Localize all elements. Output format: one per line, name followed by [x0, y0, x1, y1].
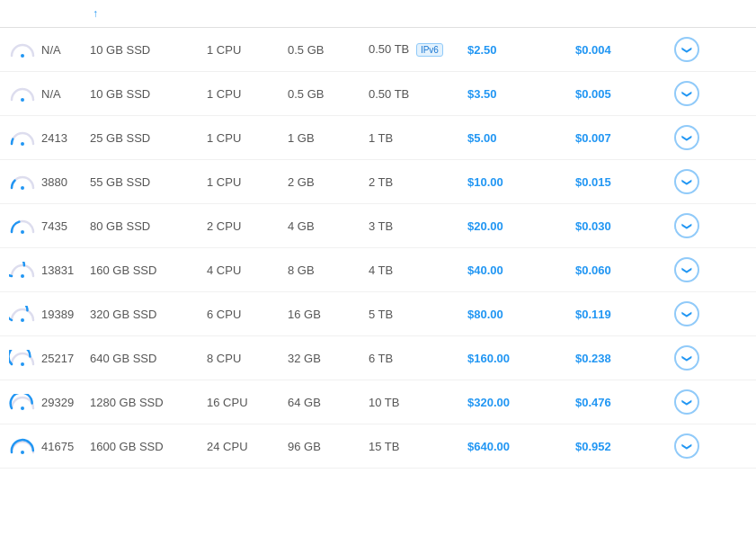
gauge-svg [9, 438, 36, 454]
bandwidth-cell: 1 TB [369, 131, 467, 145]
storage-cell: 80 GB SSD [90, 219, 207, 233]
table-row: 25217 640 GB SSD 8 CPU 32 GB 6 TB $160.0… [0, 336, 756, 380]
expand-button[interactable]: ❯ [674, 257, 699, 282]
svg-point-6 [21, 318, 24, 322]
table-header: ↑ [0, 0, 756, 28]
gauge-svg [9, 41, 36, 58]
gauge-svg [9, 174, 36, 190]
storage-cell: 160 GB SSD [90, 264, 207, 277]
bandwidth-cell: 5 TB [369, 308, 467, 321]
bandwidth-cell: 3 TB [369, 219, 467, 233]
geekbench-value: N/A [41, 87, 61, 101]
expand-button[interactable]: ❯ [674, 37, 699, 62]
expand-cell[interactable]: ❯ [674, 389, 719, 415]
svg-point-9 [21, 451, 24, 454]
monthly-price-cell: $20.00 [467, 219, 575, 233]
gauge-svg [9, 262, 36, 278]
storage-cell: 10 GB SSD [90, 87, 207, 101]
expand-button[interactable]: ❯ [674, 213, 699, 238]
memory-cell: 64 GB [288, 396, 369, 409]
geekbench-value: 41675 [41, 440, 74, 453]
bandwidth-cell: 4 TB [369, 264, 467, 277]
table-row: 29329 1280 GB SSD 16 CPU 64 GB 10 TB $32… [0, 380, 756, 424]
svg-point-2 [21, 142, 24, 146]
memory-cell: 32 GB [288, 352, 369, 365]
table-row: 19389 320 GB SSD 6 CPU 16 GB 5 TB $80.00… [0, 292, 756, 336]
expand-cell[interactable]: ❯ [674, 169, 719, 194]
chevron-down-icon: ❯ [681, 266, 693, 274]
expand-button[interactable]: ❯ [674, 345, 699, 371]
expand-cell[interactable]: ❯ [674, 345, 719, 371]
cpu-cell: 4 CPU [207, 264, 288, 277]
hourly-price-cell: $0.015 [575, 175, 674, 189]
chevron-down-icon: ❯ [681, 442, 693, 451]
gauge-svg [9, 130, 36, 146]
geekbench-cell: 2413 [9, 130, 90, 146]
expand-cell[interactable]: ❯ [674, 37, 719, 62]
expand-cell[interactable]: ❯ [674, 81, 719, 106]
expand-button[interactable]: ❯ [674, 81, 699, 106]
chevron-down-icon: ❯ [681, 90, 693, 98]
expand-cell[interactable]: ❯ [674, 213, 719, 238]
expand-cell[interactable]: ❯ [674, 433, 719, 459]
storage-cell: 10 GB SSD [90, 43, 207, 57]
chevron-down-icon: ❯ [681, 310, 693, 318]
memory-cell: 96 GB [288, 440, 369, 453]
table-row: N/A 10 GB SSD 1 CPU 0.5 GB 0.50 TB IPv6 … [0, 28, 756, 72]
memory-cell: 1 GB [288, 131, 369, 145]
cpu-cell: 2 CPU [207, 219, 288, 233]
table-row: 2413 25 GB SSD 1 CPU 1 GB 1 TB $5.00 $0.… [0, 116, 756, 160]
monthly-price-cell: $3.50 [467, 87, 575, 101]
bandwidth-cell: 10 TB [369, 396, 467, 409]
chevron-down-icon: ❯ [681, 222, 693, 230]
svg-point-1 [21, 98, 24, 102]
geekbench-cell: 19389 [9, 306, 90, 322]
svg-point-5 [21, 274, 24, 278]
bandwidth-cell: 0.50 TB IPv6 [369, 42, 467, 57]
col-storage[interactable]: ↑ [90, 7, 207, 20]
expand-cell[interactable]: ❯ [674, 125, 719, 150]
svg-point-3 [21, 186, 24, 190]
monthly-price-cell: $2.50 [467, 43, 575, 57]
storage-cell: 55 GB SSD [90, 175, 207, 189]
svg-point-4 [21, 230, 24, 234]
monthly-price-cell: $320.00 [467, 396, 575, 409]
geekbench-cell: 29329 [9, 394, 90, 410]
geekbench-value: 7435 [41, 219, 67, 233]
hourly-price-cell: $0.952 [575, 440, 674, 453]
geekbench-cell: 41675 [9, 438, 90, 454]
gauge-svg [9, 394, 36, 410]
svg-point-7 [21, 362, 24, 366]
expand-button[interactable]: ❯ [674, 389, 699, 415]
hourly-price-cell: $0.007 [575, 131, 674, 145]
monthly-price-cell: $640.00 [467, 440, 575, 453]
cpu-cell: 16 CPU [207, 396, 288, 409]
storage-cell: 1600 GB SSD [90, 440, 207, 453]
geekbench-cell: 7435 [9, 218, 90, 234]
cpu-cell: 8 CPU [207, 352, 288, 365]
expand-cell[interactable]: ❯ [674, 257, 719, 282]
expand-button[interactable]: ❯ [674, 169, 699, 194]
expand-button[interactable]: ❯ [674, 301, 699, 326]
chevron-down-icon: ❯ [681, 178, 693, 186]
storage-cell: 320 GB SSD [90, 308, 207, 321]
cpu-cell: 1 CPU [207, 87, 288, 101]
bandwidth-cell: 15 TB [369, 440, 467, 453]
ipv6-badge: IPv6 [416, 43, 443, 57]
cpu-cell: 1 CPU [207, 131, 288, 145]
hourly-price-cell: $0.476 [575, 396, 674, 409]
memory-cell: 2 GB [288, 175, 369, 189]
monthly-price-cell: $80.00 [467, 308, 575, 321]
monthly-price-cell: $160.00 [467, 352, 575, 365]
expand-button[interactable]: ❯ [674, 433, 699, 459]
expand-cell[interactable]: ❯ [674, 301, 719, 326]
expand-button[interactable]: ❯ [674, 125, 699, 150]
memory-cell: 16 GB [288, 308, 369, 321]
geekbench-value: 29329 [41, 396, 74, 409]
gauge-svg [9, 306, 36, 322]
memory-cell: 4 GB [288, 219, 369, 233]
storage-cell: 640 GB SSD [90, 352, 207, 365]
gauge-svg [9, 350, 36, 366]
hourly-price-cell: $0.005 [575, 87, 674, 101]
chevron-down-icon: ❯ [681, 398, 693, 406]
